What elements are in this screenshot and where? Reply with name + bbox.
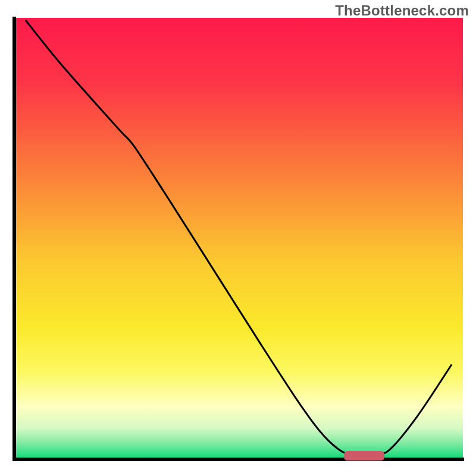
plot-background	[14, 18, 463, 459]
optimal-range-bar	[344, 451, 384, 461]
chart-canvas	[0, 0, 476, 476]
bottleneck-chart: TheBottleneck.com	[0, 0, 476, 476]
watermark-text: TheBottleneck.com	[335, 2, 469, 19]
